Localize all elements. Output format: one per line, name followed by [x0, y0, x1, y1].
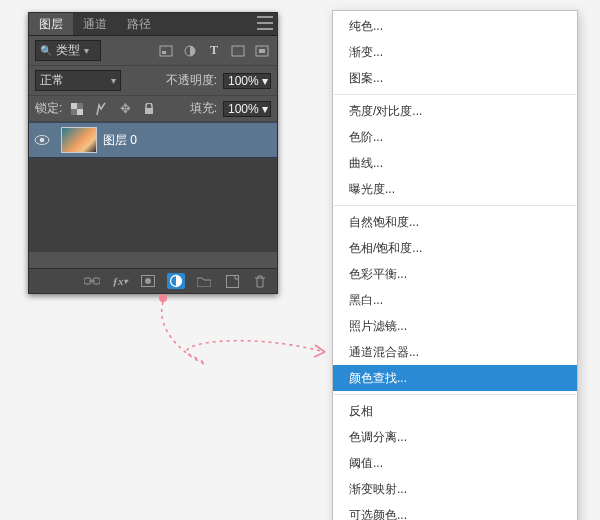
tab-channels[interactable]: 通道: [73, 13, 117, 35]
blend-mode-select[interactable]: 正常 ▾: [35, 70, 121, 91]
svg-rect-8: [77, 103, 83, 109]
layer-thumbnail[interactable]: [61, 127, 97, 153]
filter-smart-icon[interactable]: [253, 43, 271, 59]
svg-point-12: [40, 138, 45, 143]
chevron-down-icon: ▾: [262, 74, 268, 88]
menu-item[interactable]: 亮度/对比度...: [333, 98, 577, 124]
lock-all-icon[interactable]: [140, 101, 158, 117]
filter-adjust-icon[interactable]: [181, 43, 199, 59]
filter-shape-icon[interactable]: [229, 43, 247, 59]
panel-tabs: 图层 通道 路径: [29, 13, 277, 36]
svg-rect-10: [145, 108, 153, 114]
tab-paths[interactable]: 路径: [117, 13, 161, 35]
svg-rect-5: [259, 49, 265, 53]
new-layer-icon[interactable]: [223, 273, 241, 289]
callout-arrow: [150, 290, 350, 410]
menu-item[interactable]: 黑白...: [333, 287, 577, 313]
filter-image-icon[interactable]: [157, 43, 175, 59]
menu-item[interactable]: 色调分离...: [333, 424, 577, 450]
menu-item[interactable]: 渐变...: [333, 39, 577, 65]
svg-point-17: [145, 278, 151, 284]
menu-item[interactable]: 色阶...: [333, 124, 577, 150]
menu-separator: [334, 94, 576, 95]
lock-pixels-icon[interactable]: [92, 101, 110, 117]
menu-item[interactable]: 照片滤镜...: [333, 313, 577, 339]
menu-item[interactable]: 纯色...: [333, 13, 577, 39]
svg-rect-1: [162, 51, 166, 54]
menu-item[interactable]: 可选颜色...: [333, 502, 577, 520]
opacity-label: 不透明度:: [166, 72, 217, 89]
lock-row: 锁定: ✥ 填充: 100% ▾: [29, 96, 277, 122]
menu-item[interactable]: 曲线...: [333, 150, 577, 176]
svg-rect-3: [232, 46, 244, 56]
filter-row: 🔍 类型 ▾ T: [29, 36, 277, 66]
layer-name[interactable]: 图层 0: [103, 132, 137, 149]
menu-item[interactable]: 渐变映射...: [333, 476, 577, 502]
svg-rect-9: [71, 109, 77, 115]
svg-point-20: [159, 294, 167, 302]
new-group-icon[interactable]: [195, 273, 213, 289]
search-icon: 🔍: [40, 45, 52, 56]
blend-row: 正常 ▾ 不透明度: 100% ▾: [29, 66, 277, 96]
filter-type-icon[interactable]: T: [205, 43, 223, 59]
layer-row[interactable]: 图层 0: [29, 122, 277, 158]
menu-item[interactable]: 反相: [333, 398, 577, 424]
chevron-down-icon: ▾: [111, 75, 116, 86]
panel-footer: ƒx▾: [29, 268, 277, 293]
menu-separator: [334, 205, 576, 206]
menu-item[interactable]: 图案...: [333, 65, 577, 91]
menu-item[interactable]: 色彩平衡...: [333, 261, 577, 287]
panel-menu-icon[interactable]: [257, 16, 273, 30]
menu-item[interactable]: 自然饱和度...: [333, 209, 577, 235]
layer-fx-icon[interactable]: ƒx▾: [111, 273, 129, 289]
delete-layer-icon[interactable]: [251, 273, 269, 289]
lock-label: 锁定:: [35, 100, 62, 117]
add-mask-icon[interactable]: [139, 273, 157, 289]
menu-item[interactable]: 通道混合器...: [333, 339, 577, 365]
adjustment-menu: 纯色...渐变...图案...亮度/对比度...色阶...曲线...曝光度...…: [332, 10, 578, 520]
opacity-field[interactable]: 100% ▾: [223, 73, 271, 89]
chevron-down-icon: ▾: [84, 45, 89, 56]
kind-filter[interactable]: 🔍 类型 ▾: [35, 40, 101, 61]
menu-item[interactable]: 颜色查找...: [333, 365, 577, 391]
svg-rect-7: [77, 109, 83, 115]
menu-item[interactable]: 曝光度...: [333, 176, 577, 202]
layers-panel: 图层 通道 路径 🔍 类型 ▾ T 正常 ▾ 不透明度: 100% ▾ 锁定: …: [28, 12, 278, 294]
fill-label: 填充:: [190, 100, 217, 117]
menu-item[interactable]: 色相/饱和度...: [333, 235, 577, 261]
tab-layers[interactable]: 图层: [29, 13, 73, 35]
svg-rect-19: [226, 275, 238, 287]
svg-rect-6: [71, 103, 77, 109]
fill-field[interactable]: 100% ▾: [223, 101, 271, 117]
link-layers-icon[interactable]: [83, 273, 101, 289]
visibility-toggle[interactable]: [29, 134, 55, 146]
lock-position-icon[interactable]: ✥: [116, 101, 134, 117]
kind-label: 类型: [56, 42, 80, 59]
menu-item[interactable]: 阈值...: [333, 450, 577, 476]
layer-list: 图层 0: [29, 122, 277, 252]
menu-separator: [334, 394, 576, 395]
chevron-down-icon: ▾: [262, 102, 268, 116]
add-adjustment-layer-icon[interactable]: [167, 273, 185, 289]
lock-transparency-icon[interactable]: [68, 101, 86, 117]
